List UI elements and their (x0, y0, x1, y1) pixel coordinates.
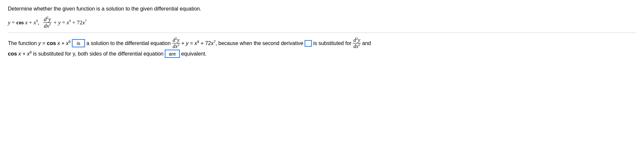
line1-end-frac: d2y dx2 (353, 37, 361, 49)
blank-derivative-box[interactable] (305, 40, 312, 47)
problem-diff-eq: d2y dx2 + y = x9 + 72x7 (43, 16, 87, 29)
line1-frac: d2y dx2 (172, 37, 180, 49)
answer-line2: cos x + x9 is substituted for y, both si… (8, 50, 636, 58)
line1-end-frac-den: dx2 (353, 43, 361, 49)
instruction-text: Determine whether the given function is … (8, 6, 636, 12)
dropdown-is[interactable]: is (72, 39, 85, 47)
line1-and: and (362, 40, 371, 46)
y-eq-label: y = cos x + x9, (8, 19, 39, 26)
line1-end-fraction: d2y dx2 (353, 37, 361, 49)
line1-because: because when the second derivative (218, 40, 303, 46)
line2-func: cos x + x9 (8, 51, 32, 57)
problem-frac-num: d2y (43, 16, 52, 23)
problem-y-def: y = cos x + x9, (8, 19, 39, 26)
dropdown-are[interactable]: are (165, 50, 180, 58)
line1-rhs: + y = x9 + 72x7, (182, 40, 217, 46)
line2-equivalent: equivalent. (181, 51, 206, 57)
problem-frac-den: dx2 (43, 23, 52, 29)
line1-frac-den: dx2 (172, 43, 180, 49)
line1-prefix: The function y = cos x + x9 (8, 40, 71, 46)
line1-is-subst: is substituted for (313, 40, 352, 46)
line2-subst-text: is substituted for y, both sides of the … (33, 51, 163, 57)
line1-fraction: d2y dx2 (172, 37, 180, 49)
problem-section: y = cos x + x9, d2y dx2 + y = x9 + 72x7 (8, 16, 636, 33)
problem-fraction: d2y dx2 (43, 16, 52, 29)
answer-line1: The function y = cos x + x9 is a solutio… (8, 37, 636, 49)
line1-middle: a solution to the differential equation (86, 40, 171, 46)
y-exponent: 9 (36, 19, 38, 23)
problem-plus-y: + y = x9 + 72x7 (52, 19, 87, 26)
